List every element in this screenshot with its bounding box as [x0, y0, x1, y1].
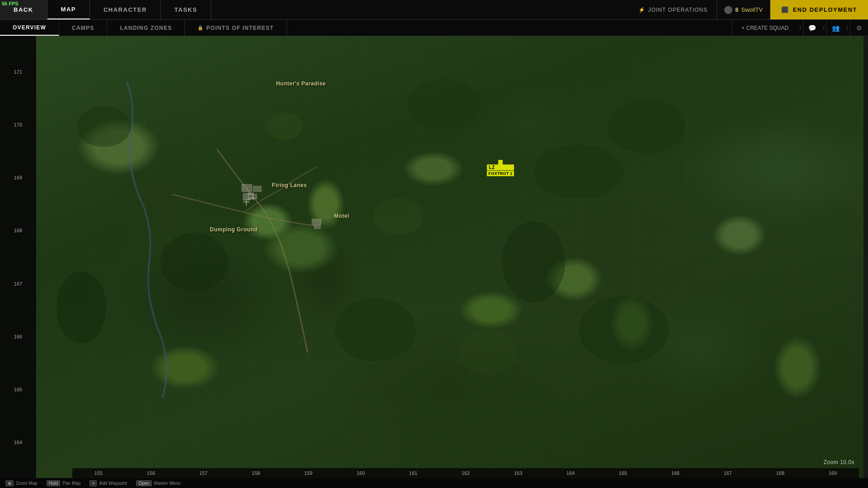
character-tab[interactable]: CHARACTER	[90, 0, 161, 19]
map-background: 159 168 Hunter's Paradise Firing Lanes D…	[36, 36, 863, 478]
x-axis-labels: 155 156 157 158 159 160 161 162 163 164 …	[72, 468, 859, 478]
joint-ops-icon: ⚡	[638, 7, 646, 13]
joint-ops-label: JOINT OPERATIONS	[648, 7, 708, 13]
y-label-171: 171	[14, 69, 22, 75]
settings-icon-button[interactable]: ⚙	[850, 20, 868, 36]
divider3: /	[844, 24, 850, 32]
y-label-167: 167	[14, 281, 22, 286]
create-squad-button[interactable]: + CREATE SQUAD	[732, 20, 797, 36]
pan-map-action: Pan Map	[62, 481, 80, 486]
x-label-163: 163	[492, 470, 544, 476]
add-waypoint-key: +	[90, 480, 97, 486]
user-count: 8	[735, 6, 738, 13]
hint-marker-menu: Open Marker Menu	[136, 480, 180, 486]
marker-menu-action: Marker Menu	[154, 481, 181, 486]
hint-zoom-map: ⊕ Zoom Map	[5, 480, 38, 486]
landing-zones-tab[interactable]: LANDING ZONES	[107, 20, 185, 36]
end-deployment-label: END DEPLOYMENT	[793, 6, 857, 13]
y-label-166: 166	[14, 334, 22, 339]
divider2: /	[821, 24, 826, 32]
hint-add-waypoint: + Add Waypoint	[90, 480, 127, 486]
x-label-164: 164	[544, 470, 597, 476]
tasks-tab[interactable]: TASKS	[161, 0, 212, 19]
hint-pan-map: Hold Pan Map	[47, 480, 81, 486]
x-label-156: 156	[125, 470, 177, 476]
x-label-155: 155	[72, 470, 125, 476]
x-label-162: 162	[439, 470, 492, 476]
y-axis-labels: 171 170 169 168 167 166 165 164	[0, 36, 36, 478]
map-tab[interactable]: MAP	[47, 0, 90, 19]
lz-sublabel: FOXTROT 1	[487, 171, 514, 176]
overview-tab[interactable]: OVERVIEW	[0, 20, 59, 36]
fps-counter: 56 FPS	[2, 1, 19, 6]
end-deployment-button[interactable]: ⬛ END DEPLOYMENT	[770, 0, 868, 19]
lz-label: LZ	[487, 164, 514, 170]
zoom-map-key: ⊕	[5, 480, 14, 486]
sub-navigation: OVERVIEW CAMPS LANDING ZONES 🔒 POINTS OF…	[0, 20, 868, 36]
y-label-169: 169	[14, 175, 22, 180]
x-label-169: 169	[807, 470, 859, 476]
x-label-167: 167	[702, 470, 754, 476]
divider1: /	[797, 24, 803, 32]
add-waypoint-action: Add Waypoint	[99, 481, 127, 486]
x-label-161: 161	[387, 470, 439, 476]
y-label-164: 164	[14, 440, 22, 445]
hint-bar: ⊕ Zoom Map Hold Pan Map + Add Waypoint O…	[0, 478, 868, 488]
x-label-168: 168	[754, 470, 807, 476]
joint-operations-button[interactable]: ⚡ JOINT OPERATIONS	[629, 0, 717, 19]
zoom-indicator: Zoom 10.0x	[824, 459, 854, 465]
chat-icon-button[interactable]: 💬	[803, 20, 821, 36]
pan-map-key: Hold	[47, 480, 61, 486]
points-of-interest-tab[interactable]: 🔒 POINTS OF INTEREST	[185, 20, 287, 36]
sub-nav-icons: / 💬 / 👥 / ⚙	[797, 20, 868, 36]
username: SwollTV	[741, 6, 763, 13]
camps-tab[interactable]: CAMPS	[59, 20, 107, 36]
lock-icon: 🔒	[198, 25, 203, 30]
marker-menu-key: Open	[136, 480, 151, 486]
terrain-detail	[36, 36, 863, 478]
lz-dot	[498, 160, 503, 164]
zoom-map-action: Zoom Map	[16, 481, 38, 486]
players-icon-button[interactable]: 👥	[826, 20, 844, 36]
y-label-170: 170	[14, 122, 22, 127]
x-label-158: 158	[230, 470, 282, 476]
x-label-166: 166	[649, 470, 702, 476]
y-label-165: 165	[14, 387, 22, 392]
top-navigation: BACK MAP CHARACTER TASKS ⚡ JOINT OPERATI…	[0, 0, 868, 20]
map-container[interactable]: 159 168 Hunter's Paradise Firing Lanes D…	[36, 36, 863, 478]
lz-foxtrot1-marker: LZ FOXTROT 1	[487, 160, 514, 176]
user-icon	[724, 6, 732, 14]
right-edge	[863, 0, 868, 478]
x-label-165: 165	[597, 470, 649, 476]
end-deployment-icon: ⬛	[781, 6, 789, 13]
user-area: 8 SwollTV	[717, 0, 770, 19]
points-of-interest-label: POINTS OF INTEREST	[207, 25, 274, 31]
x-label-159: 159	[282, 470, 335, 476]
x-label-160: 160	[335, 470, 387, 476]
x-label-157: 157	[177, 470, 230, 476]
y-label-168: 168	[14, 228, 22, 233]
